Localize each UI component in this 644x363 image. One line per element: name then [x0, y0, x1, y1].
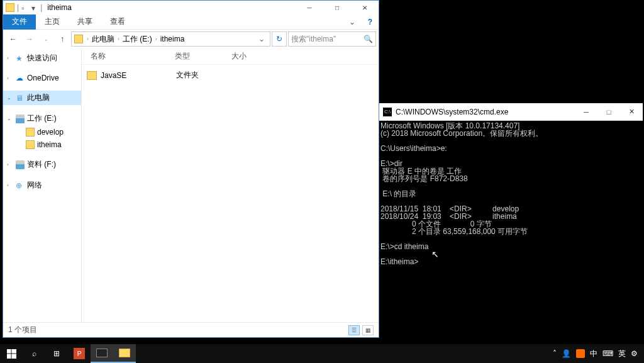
- nav-pane: ›★快速访问 ›☁OneDrive ⌄🖥此电脑 ⌄工作 (E:) develop…: [3, 48, 82, 322]
- breadcrumb-folder[interactable]: itheima: [158, 35, 187, 43]
- tray-sogou-icon[interactable]: [576, 349, 585, 358]
- breadcrumb-drive[interactable]: 工作 (E:): [121, 34, 154, 45]
- maximize-button[interactable]: □: [323, 1, 351, 14]
- refresh-button[interactable]: ↻: [272, 31, 287, 47]
- cmd-line: E:\itheima>_: [380, 257, 423, 265]
- tray-settings-icon[interactable]: ⚙: [631, 349, 638, 358]
- chevron-right-icon[interactable]: ›: [116, 36, 121, 42]
- taskbar: ⌕ ⊞ P ˄ 👤 中 ⌨ 英 ⚙: [0, 344, 644, 363]
- nav-folder-develop[interactable]: develop: [3, 126, 81, 138]
- window-title: itheima: [47, 3, 72, 12]
- tab-home[interactable]: 主页: [36, 14, 69, 30]
- view-icons-icon[interactable]: ▦: [362, 325, 374, 335]
- tray-keyboard-icon[interactable]: ⌨: [602, 349, 613, 358]
- recent-button[interactable]: ⌄: [38, 31, 53, 47]
- nav-folder-itheima[interactable]: itheima: [3, 138, 81, 151]
- start-button[interactable]: [0, 344, 23, 363]
- svg-rect-0: [7, 349, 11, 354]
- cmd-output[interactable]: Microsoft Windows [版本 10.0.17134.407] (c…: [379, 121, 643, 265]
- taskbar-explorer[interactable]: [113, 344, 136, 363]
- item-count: 1 个项目: [8, 325, 37, 335]
- view-details-icon[interactable]: ☰: [348, 325, 360, 335]
- taskview-button[interactable]: ⊞: [45, 344, 68, 363]
- ime-indicator[interactable]: 中: [590, 349, 597, 359]
- nav-drive-f[interactable]: ›资料 (F:): [3, 157, 81, 172]
- taskbar-cmd[interactable]: [91, 344, 113, 363]
- taskbar-powerpoint[interactable]: P: [68, 344, 91, 363]
- folder-icon: [6, 3, 14, 12]
- tab-file[interactable]: 文件: [3, 14, 36, 30]
- properties-icon[interactable]: ▫: [21, 4, 29, 11]
- folder-icon: [74, 35, 83, 43]
- lang-indicator[interactable]: 英: [618, 349, 626, 359]
- cmd-line: E:\>cd itheima: [380, 242, 428, 251]
- tray-up-icon[interactable]: ˄: [553, 349, 557, 358]
- header-type[interactable]: 类型: [170, 51, 226, 62]
- breadcrumb-pc[interactable]: 此电脑: [90, 34, 116, 45]
- back-button[interactable]: ←: [6, 31, 21, 47]
- ribbon: 文件 主页 共享 查看 ⌄ ?: [3, 14, 379, 30]
- svg-rect-1: [11, 349, 16, 354]
- header-name[interactable]: 名称: [82, 51, 170, 62]
- nav-network[interactable]: ›⊕网络: [3, 178, 81, 193]
- chevron-right-icon[interactable]: ›: [154, 36, 158, 42]
- search-placeholder: 搜索"itheima": [291, 34, 336, 45]
- list-item[interactable]: JavaSE 文件夹: [87, 69, 374, 82]
- close-button[interactable]: ✕: [351, 1, 379, 14]
- nav-quick-access[interactable]: ›★快速访问: [3, 51, 81, 65]
- separator: |: [40, 3, 42, 12]
- file-name: JavaSE: [101, 71, 176, 80]
- folder-icon: [87, 71, 97, 80]
- cmd-line: C:\Users\itheima>e:: [380, 144, 447, 153]
- address-bar[interactable]: › 此电脑 › 工作 (E:) › itheima ⌄: [71, 31, 270, 47]
- status-bar: 1 个项目 ☰ ▦: [3, 322, 379, 337]
- cmd-window: C:\ C:\WINDOWS\system32\cmd.exe ─ □ ✕ Mi…: [379, 103, 643, 265]
- cmd-icon: C:\: [383, 108, 392, 116]
- help-icon[interactable]: ?: [362, 18, 379, 26]
- chevron-right-icon[interactable]: ›: [86, 36, 90, 42]
- search-button[interactable]: ⌕: [23, 344, 45, 363]
- search-icon[interactable]: 🔍: [364, 35, 373, 43]
- nav-drive-e[interactable]: ⌄工作 (E:): [3, 111, 81, 126]
- cmd-titlebar[interactable]: C:\ C:\WINDOWS\system32\cmd.exe ─ □ ✕: [379, 103, 643, 121]
- forward-button[interactable]: →: [22, 31, 37, 47]
- up-button[interactable]: ↑: [55, 31, 70, 47]
- search-input[interactable]: 搜索"itheima" 🔍: [288, 31, 376, 47]
- address-dropdown-icon[interactable]: ⌄: [256, 35, 267, 43]
- nav-onedrive[interactable]: ›☁OneDrive: [3, 72, 81, 84]
- cmd-line: (c) 2018 Microsoft Corporation。保留所有权利。: [380, 129, 543, 138]
- column-headers[interactable]: 名称 类型 大小: [82, 48, 379, 65]
- nav-this-pc[interactable]: ⌄🖥此电脑: [3, 91, 81, 105]
- file-type: 文件夹: [176, 70, 199, 81]
- minimize-button[interactable]: ─: [575, 103, 597, 121]
- cmd-title: C:\WINDOWS\system32\cmd.exe: [396, 108, 508, 116]
- cmd-line: 卷的序列号是 F872-D838: [380, 174, 468, 183]
- maximize-button[interactable]: □: [597, 103, 620, 121]
- tray-people-icon[interactable]: 👤: [562, 349, 571, 358]
- minimize-button[interactable]: ─: [296, 1, 323, 14]
- tab-share[interactable]: 共享: [69, 14, 101, 30]
- content-pane: 名称 类型 大小 JavaSE 文件夹: [82, 48, 379, 322]
- separator: |: [17, 3, 19, 12]
- close-button[interactable]: ✕: [620, 103, 643, 121]
- file-list[interactable]: JavaSE 文件夹: [82, 65, 379, 322]
- expand-ribbon-icon[interactable]: ⌄: [343, 18, 362, 26]
- cmd-line: 2 个目录 63,559,168,000 可用字节: [380, 227, 528, 236]
- quick-access-toolbar: ▫ ▾: [21, 4, 39, 11]
- cmd-line: E:\ 的目录: [380, 189, 416, 198]
- svg-rect-2: [7, 354, 11, 359]
- new-folder-icon[interactable]: ▾: [31, 4, 39, 11]
- cursor-icon: ↖: [431, 250, 439, 258]
- titlebar[interactable]: | ▫ ▾ | itheima ─ □ ✕: [3, 1, 379, 14]
- header-size[interactable]: 大小: [226, 51, 252, 62]
- file-explorer-window: | ▫ ▾ | itheima ─ □ ✕ 文件 主页 共享 查看 ⌄ ? ← …: [3, 0, 379, 338]
- tab-view[interactable]: 查看: [101, 14, 134, 30]
- address-bar-row: ← → ⌄ ↑ › 此电脑 › 工作 (E:) › itheima ⌄ ↻ 搜索…: [3, 30, 379, 48]
- svg-rect-3: [11, 354, 16, 359]
